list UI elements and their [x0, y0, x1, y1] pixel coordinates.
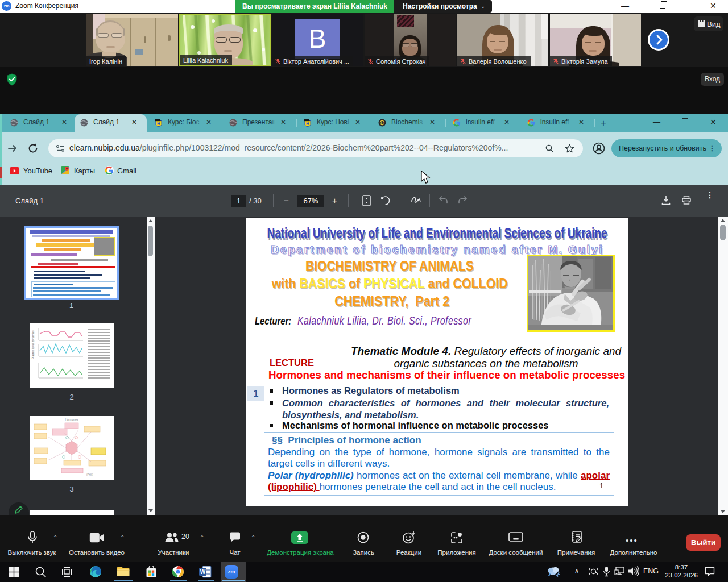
svg-text:(РНК): (РНК) [86, 473, 93, 476]
svg-text:Plasma level dynamics: Plasma level dynamics [31, 330, 35, 359]
svg-text:H: H [157, 121, 160, 126]
svg-text:H: H [306, 121, 309, 126]
svg-text:H: H [381, 121, 384, 125]
svg-text:Hormones: Hormones [65, 418, 78, 421]
svg-text:W: W [200, 569, 206, 575]
